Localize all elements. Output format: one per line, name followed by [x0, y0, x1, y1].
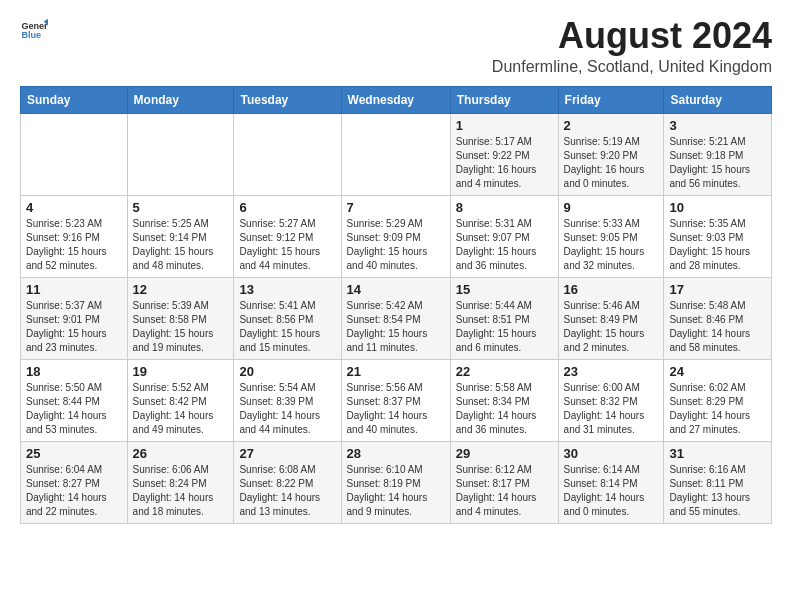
calendar-cell: 25Sunrise: 6:04 AM Sunset: 8:27 PM Dayli…: [21, 441, 128, 523]
day-info: Sunrise: 5:17 AM Sunset: 9:22 PM Dayligh…: [456, 135, 553, 191]
day-info: Sunrise: 5:25 AM Sunset: 9:14 PM Dayligh…: [133, 217, 229, 273]
day-info: Sunrise: 5:50 AM Sunset: 8:44 PM Dayligh…: [26, 381, 122, 437]
calendar-week-2: 4Sunrise: 5:23 AM Sunset: 9:16 PM Daylig…: [21, 195, 772, 277]
col-thursday: Thursday: [450, 86, 558, 113]
day-number: 20: [239, 364, 335, 379]
day-info: Sunrise: 5:21 AM Sunset: 9:18 PM Dayligh…: [669, 135, 766, 191]
col-friday: Friday: [558, 86, 664, 113]
day-info: Sunrise: 5:54 AM Sunset: 8:39 PM Dayligh…: [239, 381, 335, 437]
calendar-cell: 22Sunrise: 5:58 AM Sunset: 8:34 PM Dayli…: [450, 359, 558, 441]
calendar-cell: [234, 113, 341, 195]
day-number: 9: [564, 200, 659, 215]
day-info: Sunrise: 6:08 AM Sunset: 8:22 PM Dayligh…: [239, 463, 335, 519]
calendar-cell: 15Sunrise: 5:44 AM Sunset: 8:51 PM Dayli…: [450, 277, 558, 359]
day-number: 13: [239, 282, 335, 297]
calendar-cell: 10Sunrise: 5:35 AM Sunset: 9:03 PM Dayli…: [664, 195, 772, 277]
calendar-cell: 19Sunrise: 5:52 AM Sunset: 8:42 PM Dayli…: [127, 359, 234, 441]
day-number: 31: [669, 446, 766, 461]
day-info: Sunrise: 6:02 AM Sunset: 8:29 PM Dayligh…: [669, 381, 766, 437]
svg-text:General: General: [21, 21, 48, 31]
day-number: 1: [456, 118, 553, 133]
svg-text:Blue: Blue: [21, 30, 41, 40]
calendar-cell: 12Sunrise: 5:39 AM Sunset: 8:58 PM Dayli…: [127, 277, 234, 359]
day-number: 11: [26, 282, 122, 297]
calendar-week-5: 25Sunrise: 6:04 AM Sunset: 8:27 PM Dayli…: [21, 441, 772, 523]
calendar-week-3: 11Sunrise: 5:37 AM Sunset: 9:01 PM Dayli…: [21, 277, 772, 359]
day-info: Sunrise: 5:39 AM Sunset: 8:58 PM Dayligh…: [133, 299, 229, 355]
day-info: Sunrise: 5:31 AM Sunset: 9:07 PM Dayligh…: [456, 217, 553, 273]
calendar-cell: 28Sunrise: 6:10 AM Sunset: 8:19 PM Dayli…: [341, 441, 450, 523]
day-number: 5: [133, 200, 229, 215]
day-number: 28: [347, 446, 445, 461]
logo: General Blue: [20, 16, 48, 44]
calendar-cell: 9Sunrise: 5:33 AM Sunset: 9:05 PM Daylig…: [558, 195, 664, 277]
calendar-cell: [341, 113, 450, 195]
day-number: 24: [669, 364, 766, 379]
day-info: Sunrise: 6:04 AM Sunset: 8:27 PM Dayligh…: [26, 463, 122, 519]
day-info: Sunrise: 5:56 AM Sunset: 8:37 PM Dayligh…: [347, 381, 445, 437]
day-number: 12: [133, 282, 229, 297]
day-number: 22: [456, 364, 553, 379]
day-info: Sunrise: 5:46 AM Sunset: 8:49 PM Dayligh…: [564, 299, 659, 355]
col-monday: Monday: [127, 86, 234, 113]
calendar-cell: 17Sunrise: 5:48 AM Sunset: 8:46 PM Dayli…: [664, 277, 772, 359]
day-info: Sunrise: 6:10 AM Sunset: 8:19 PM Dayligh…: [347, 463, 445, 519]
day-number: 26: [133, 446, 229, 461]
day-info: Sunrise: 6:14 AM Sunset: 8:14 PM Dayligh…: [564, 463, 659, 519]
day-number: 17: [669, 282, 766, 297]
day-number: 10: [669, 200, 766, 215]
day-number: 19: [133, 364, 229, 379]
calendar-cell: 18Sunrise: 5:50 AM Sunset: 8:44 PM Dayli…: [21, 359, 128, 441]
calendar-cell: 13Sunrise: 5:41 AM Sunset: 8:56 PM Dayli…: [234, 277, 341, 359]
calendar-cell: [127, 113, 234, 195]
day-number: 30: [564, 446, 659, 461]
page-header: General Blue August 2024 Dunfermline, Sc…: [20, 16, 772, 76]
day-number: 14: [347, 282, 445, 297]
calendar-week-1: 1Sunrise: 5:17 AM Sunset: 9:22 PM Daylig…: [21, 113, 772, 195]
calendar-cell: 21Sunrise: 5:56 AM Sunset: 8:37 PM Dayli…: [341, 359, 450, 441]
day-info: Sunrise: 6:12 AM Sunset: 8:17 PM Dayligh…: [456, 463, 553, 519]
day-info: Sunrise: 5:19 AM Sunset: 9:20 PM Dayligh…: [564, 135, 659, 191]
calendar-cell: 4Sunrise: 5:23 AM Sunset: 9:16 PM Daylig…: [21, 195, 128, 277]
calendar-cell: 5Sunrise: 5:25 AM Sunset: 9:14 PM Daylig…: [127, 195, 234, 277]
col-sunday: Sunday: [21, 86, 128, 113]
day-number: 23: [564, 364, 659, 379]
calendar-cell: 23Sunrise: 6:00 AM Sunset: 8:32 PM Dayli…: [558, 359, 664, 441]
calendar-week-4: 18Sunrise: 5:50 AM Sunset: 8:44 PM Dayli…: [21, 359, 772, 441]
month-year-title: August 2024: [492, 16, 772, 56]
day-number: 4: [26, 200, 122, 215]
col-tuesday: Tuesday: [234, 86, 341, 113]
day-number: 29: [456, 446, 553, 461]
day-number: 25: [26, 446, 122, 461]
day-info: Sunrise: 5:23 AM Sunset: 9:16 PM Dayligh…: [26, 217, 122, 273]
day-info: Sunrise: 5:35 AM Sunset: 9:03 PM Dayligh…: [669, 217, 766, 273]
day-info: Sunrise: 5:37 AM Sunset: 9:01 PM Dayligh…: [26, 299, 122, 355]
calendar-cell: 8Sunrise: 5:31 AM Sunset: 9:07 PM Daylig…: [450, 195, 558, 277]
day-number: 3: [669, 118, 766, 133]
day-number: 7: [347, 200, 445, 215]
calendar-cell: 24Sunrise: 6:02 AM Sunset: 8:29 PM Dayli…: [664, 359, 772, 441]
day-info: Sunrise: 5:41 AM Sunset: 8:56 PM Dayligh…: [239, 299, 335, 355]
calendar-cell: 26Sunrise: 6:06 AM Sunset: 8:24 PM Dayli…: [127, 441, 234, 523]
calendar-cell: 6Sunrise: 5:27 AM Sunset: 9:12 PM Daylig…: [234, 195, 341, 277]
day-number: 21: [347, 364, 445, 379]
calendar-table: Sunday Monday Tuesday Wednesday Thursday…: [20, 86, 772, 524]
day-info: Sunrise: 6:06 AM Sunset: 8:24 PM Dayligh…: [133, 463, 229, 519]
calendar-cell: 31Sunrise: 6:16 AM Sunset: 8:11 PM Dayli…: [664, 441, 772, 523]
calendar-cell: [21, 113, 128, 195]
location-subtitle: Dunfermline, Scotland, United Kingdom: [492, 58, 772, 76]
day-number: 15: [456, 282, 553, 297]
day-info: Sunrise: 5:33 AM Sunset: 9:05 PM Dayligh…: [564, 217, 659, 273]
day-info: Sunrise: 5:29 AM Sunset: 9:09 PM Dayligh…: [347, 217, 445, 273]
day-info: Sunrise: 5:58 AM Sunset: 8:34 PM Dayligh…: [456, 381, 553, 437]
day-number: 18: [26, 364, 122, 379]
day-number: 2: [564, 118, 659, 133]
calendar-cell: 1Sunrise: 5:17 AM Sunset: 9:22 PM Daylig…: [450, 113, 558, 195]
day-info: Sunrise: 6:16 AM Sunset: 8:11 PM Dayligh…: [669, 463, 766, 519]
day-number: 16: [564, 282, 659, 297]
calendar-cell: 7Sunrise: 5:29 AM Sunset: 9:09 PM Daylig…: [341, 195, 450, 277]
day-info: Sunrise: 5:44 AM Sunset: 8:51 PM Dayligh…: [456, 299, 553, 355]
day-info: Sunrise: 5:48 AM Sunset: 8:46 PM Dayligh…: [669, 299, 766, 355]
calendar-cell: 3Sunrise: 5:21 AM Sunset: 9:18 PM Daylig…: [664, 113, 772, 195]
day-info: Sunrise: 5:27 AM Sunset: 9:12 PM Dayligh…: [239, 217, 335, 273]
